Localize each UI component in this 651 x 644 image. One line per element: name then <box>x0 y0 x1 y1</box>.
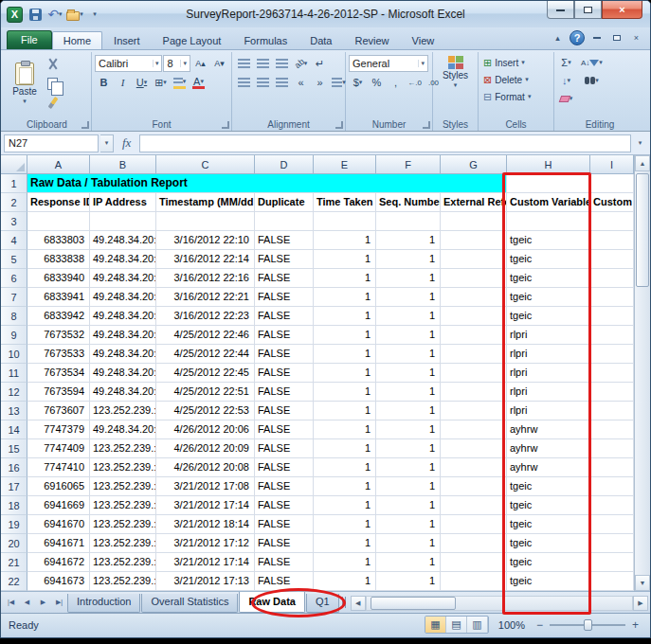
tab-home[interactable]: Home <box>52 31 102 49</box>
vertical-scrollbar-thumb[interactable] <box>636 173 649 287</box>
cell[interactable] <box>590 345 634 364</box>
collapse-ribbon-button[interactable]: ▴ <box>550 31 566 45</box>
cell[interactable]: FALSE <box>255 420 314 439</box>
cell[interactable]: 49.248.34.20: <box>90 269 156 288</box>
cell[interactable]: 1 <box>376 231 441 250</box>
cell[interactable] <box>590 572 634 591</box>
next-sheet-button[interactable]: ▶ <box>35 592 51 613</box>
cell[interactable] <box>441 572 507 591</box>
cell[interactable]: 4/25/2012 22:53 <box>156 402 255 420</box>
vertical-scrollbar[interactable]: ▲ ▼ <box>634 155 650 591</box>
workbook-restore-button[interactable] <box>608 31 624 45</box>
tab-data[interactable]: Data <box>298 31 343 49</box>
cell[interactable] <box>441 496 507 515</box>
cell[interactable]: 3/16/2012 22:23 <box>156 307 255 326</box>
row-header-8[interactable]: 8 <box>1 307 27 326</box>
cell[interactable]: 1 <box>314 496 376 515</box>
cell[interactable]: 3/21/2012 17:14 <box>156 553 255 572</box>
cell[interactable]: tgeic <box>507 515 590 534</box>
row-header-15[interactable]: 15 <box>1 439 27 458</box>
formula-bar-expand-button[interactable]: ▾ <box>633 139 647 147</box>
cell[interactable]: tgeic <box>507 553 590 572</box>
format-dropdown-icon[interactable]: ▾ <box>528 93 532 100</box>
cell[interactable]: FALSE <box>255 250 314 269</box>
cell[interactable] <box>441 269 507 288</box>
cell[interactable] <box>441 458 507 477</box>
row-header-19[interactable]: 19 <box>1 515 27 534</box>
cell[interactable] <box>590 212 634 231</box>
tab-view[interactable]: View <box>401 31 446 49</box>
scroll-right-button[interactable]: ▶ <box>633 596 648 611</box>
cell[interactable]: 3/16/2012 22:21 <box>156 288 255 307</box>
cell[interactable] <box>590 269 634 288</box>
sheet-tab-raw-data[interactable]: Raw Data <box>239 592 305 613</box>
zoom-out-button[interactable]: − <box>533 617 547 632</box>
cell[interactable]: 1 <box>314 269 376 288</box>
cell[interactable]: 1 <box>376 572 441 591</box>
row-header-11[interactable]: 11 <box>1 364 27 383</box>
cell[interactable]: 6916065 <box>27 477 90 496</box>
cell[interactable] <box>590 420 634 439</box>
row-header-20[interactable]: 20 <box>1 534 27 553</box>
clipboard-dialog-launcher[interactable] <box>81 121 89 129</box>
cell[interactable]: 4/26/2012 20:06 <box>156 420 255 439</box>
normal-view-button[interactable]: ▦ <box>425 617 446 633</box>
column-title-cell[interactable]: Custom Variable 1 <box>507 193 590 212</box>
row-header-9[interactable]: 9 <box>1 326 27 345</box>
cell[interactable]: 49.248.34.20: <box>90 326 156 345</box>
cell[interactable]: 1 <box>376 515 441 534</box>
column-header-I[interactable]: I <box>590 155 634 174</box>
accounting-dropdown-icon[interactable]: ▾ <box>359 79 363 86</box>
help-button[interactable]: ? <box>570 30 585 45</box>
cell[interactable] <box>441 231 507 250</box>
workbook-minimize-button[interactable] <box>588 31 605 45</box>
cell[interactable]: 6833942 <box>27 307 90 326</box>
cell[interactable]: 123.252.239.: <box>90 458 156 477</box>
cell[interactable]: 1 <box>314 288 376 307</box>
cell[interactable] <box>441 250 507 269</box>
sheet-tab-q1[interactable]: Q1 <box>306 594 339 613</box>
column-title-cell[interactable]: Custom V <box>590 193 634 212</box>
open-button[interactable]: ▾ <box>66 6 83 23</box>
insert-function-button[interactable]: fx <box>116 135 137 151</box>
cell[interactable]: rlpri <box>507 402 590 420</box>
align-right-button[interactable] <box>273 74 291 91</box>
cell[interactable]: FALSE <box>255 326 314 345</box>
cell[interactable]: rlpri <box>507 364 590 383</box>
fill-button[interactable]: ↓▾ <box>557 72 575 89</box>
zoom-in-button[interactable]: + <box>628 617 642 632</box>
excel-app-icon[interactable]: X <box>7 7 23 23</box>
cell[interactable] <box>441 345 507 364</box>
cell[interactable]: tgeic <box>507 307 590 326</box>
row-header-2[interactable]: 2 <box>1 193 27 212</box>
cell[interactable]: 3/21/2012 17:08 <box>156 477 255 496</box>
report-title-cell[interactable]: Raw Data / Tabulation Report <box>27 174 507 193</box>
cell[interactable] <box>507 212 590 231</box>
cell[interactable]: tgeic <box>507 269 590 288</box>
horizontal-scrollbar[interactable]: ◀ ▶ <box>351 595 648 611</box>
cell[interactable]: 1 <box>376 553 441 572</box>
cell[interactable]: 7673533 <box>27 345 90 364</box>
cell[interactable]: 6941673 <box>27 572 90 591</box>
italic-button[interactable]: I <box>114 74 132 91</box>
font-size-combo[interactable]: 8▾ <box>163 55 190 72</box>
cell[interactable]: 1 <box>376 496 441 515</box>
formula-input[interactable] <box>139 134 631 152</box>
row-header-13[interactable]: 13 <box>1 402 27 420</box>
cell[interactable]: 1 <box>376 402 441 420</box>
cell[interactable]: 123.252.239.: <box>90 439 156 458</box>
borders-button[interactable]: ⊞▾ <box>152 74 170 91</box>
cut-button[interactable] <box>44 56 62 73</box>
cell[interactable] <box>441 383 507 402</box>
comma-style-button[interactable]: , <box>387 74 405 91</box>
orientation-button[interactable]: ab▾ <box>292 55 310 72</box>
workbook-close-button[interactable]: × <box>628 31 644 45</box>
cell[interactable]: 1 <box>376 458 441 477</box>
sort-filter-button[interactable]: A↓▾ <box>579 54 605 71</box>
cell[interactable]: FALSE <box>255 364 314 383</box>
cell[interactable]: FALSE <box>255 553 314 572</box>
cell[interactable]: 6833803 <box>27 231 90 250</box>
cell[interactable] <box>441 402 507 420</box>
cell[interactable]: 1 <box>314 364 376 383</box>
cell[interactable]: 123.252.239.: <box>90 534 156 553</box>
